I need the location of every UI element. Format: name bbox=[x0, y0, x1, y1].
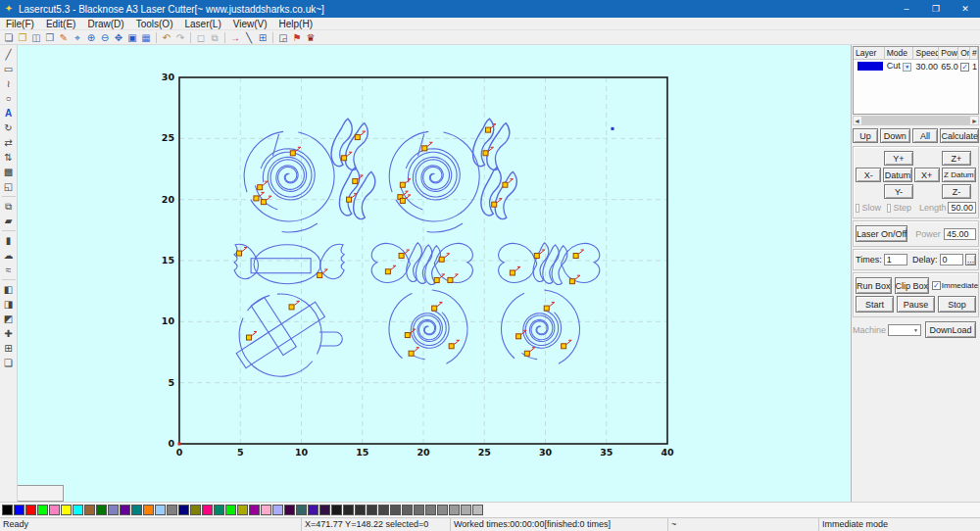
ungroup-icon[interactable]: ⧉ bbox=[208, 31, 221, 44]
table-view-icon[interactable]: ▦ bbox=[139, 31, 153, 44]
set-origin-icon[interactable]: → bbox=[228, 31, 242, 44]
menu-item-draw[interactable]: Draw(D) bbox=[81, 18, 129, 29]
palette-color-32[interactable] bbox=[378, 505, 389, 515]
object-candy-b[interactable] bbox=[499, 242, 600, 285]
palette-color-30[interactable] bbox=[355, 505, 366, 515]
align-top-tool-icon[interactable]: ◩ bbox=[1, 312, 17, 326]
import-icon[interactable]: ❒ bbox=[43, 31, 57, 44]
close-button[interactable]: ✕ bbox=[951, 0, 980, 18]
new-icon[interactable]: ❏ bbox=[2, 31, 16, 44]
preview-icon[interactable]: ◲ bbox=[276, 31, 290, 44]
palette-color-0[interactable] bbox=[2, 505, 13, 515]
draw-check-icon[interactable]: ✎ bbox=[57, 31, 71, 44]
align-right-tool-icon[interactable]: ◨ bbox=[1, 297, 17, 312]
palette-color-15[interactable] bbox=[178, 505, 189, 515]
layer-speed-cell[interactable]: 30.00 bbox=[914, 62, 940, 72]
menu-item-edit[interactable]: Edit(E) bbox=[40, 18, 82, 29]
center-tool-icon[interactable]: ✚ bbox=[1, 326, 17, 341]
undo-icon[interactable]: ↶ bbox=[160, 31, 173, 44]
line-tool-icon[interactable]: ╱ bbox=[1, 47, 17, 62]
palette-color-10[interactable] bbox=[120, 505, 130, 515]
text-tool-icon[interactable]: A bbox=[1, 106, 17, 121]
step-checkbox[interactable] bbox=[887, 204, 891, 213]
group-icon[interactable]: ◻ bbox=[194, 31, 208, 44]
palette-color-19[interactable] bbox=[225, 505, 236, 515]
machine-dropdown-icon[interactable]: ▼ bbox=[913, 327, 918, 333]
palette-color-3[interactable] bbox=[37, 505, 48, 515]
z-datum-button[interactable]: Z Datum bbox=[942, 168, 976, 182]
palette-color-29[interactable] bbox=[343, 505, 354, 515]
layer-power-cell[interactable]: 65.0 bbox=[939, 62, 958, 72]
palette-color-25[interactable] bbox=[296, 505, 307, 515]
palette-color-23[interactable] bbox=[272, 505, 283, 515]
menu-item-file[interactable]: File(F) bbox=[0, 18, 40, 29]
palette-color-5[interactable] bbox=[61, 505, 72, 515]
palette-color-9[interactable] bbox=[108, 505, 119, 515]
object-spiral-disc[interactable] bbox=[244, 131, 334, 232]
palette-color-37[interactable] bbox=[437, 505, 448, 515]
pause-button[interactable]: Pause bbox=[897, 296, 935, 313]
minimize-button[interactable]: – bbox=[892, 0, 921, 18]
power-field[interactable]: 45.00 bbox=[944, 228, 976, 240]
up-button[interactable]: Up bbox=[853, 128, 878, 143]
palette-color-27[interactable] bbox=[319, 505, 330, 515]
palette-color-34[interactable] bbox=[402, 505, 413, 515]
slow-checkbox[interactable] bbox=[856, 204, 859, 213]
palette-color-20[interactable] bbox=[237, 505, 248, 515]
palette-color-7[interactable] bbox=[84, 505, 95, 515]
delay-field[interactable]: 0 bbox=[940, 254, 963, 266]
cloud-tool-icon[interactable]: ☁ bbox=[1, 248, 17, 263]
palette-color-33[interactable] bbox=[390, 505, 401, 515]
copy-array-tool-icon[interactable]: ⧉ bbox=[1, 199, 17, 214]
x-plus-button[interactable]: X+ bbox=[914, 168, 940, 182]
y-plus-button[interactable]: Y+ bbox=[884, 151, 913, 166]
zoom-out-icon[interactable]: ⊖ bbox=[98, 31, 112, 44]
layer-row[interactable]: Cut ▼ 30.00 65.0 ✓ 1 bbox=[854, 60, 978, 72]
redo-icon[interactable]: ↷ bbox=[173, 31, 187, 44]
palette-color-39[interactable] bbox=[461, 505, 471, 515]
laser-head-icon[interactable]: ♛ bbox=[304, 31, 318, 44]
select-window-icon[interactable]: ⌖ bbox=[71, 31, 84, 44]
times-field[interactable]: 1 bbox=[884, 254, 907, 266]
length-field[interactable]: 50.00 bbox=[948, 202, 976, 214]
palette-color-38[interactable] bbox=[449, 505, 460, 515]
datum-button[interactable]: Datum bbox=[883, 168, 911, 182]
machine-select[interactable]: ▼ bbox=[888, 324, 921, 336]
object-dot[interactable] bbox=[612, 127, 614, 130]
clip-box-button[interactable]: Clip Box bbox=[895, 277, 930, 294]
object-spiral-disc[interactable] bbox=[389, 131, 479, 232]
layer-table[interactable]: LayerModeSpeedPowerOn.# Cut ▼ 30.00 65.0… bbox=[853, 46, 979, 115]
palette-color-18[interactable] bbox=[214, 505, 224, 515]
menu-item-view[interactable]: View(V) bbox=[227, 18, 273, 29]
scroll-right-icon[interactable]: ► bbox=[971, 118, 978, 124]
palette-color-40[interactable] bbox=[472, 505, 483, 515]
x-minus-button[interactable]: X- bbox=[856, 168, 881, 182]
mirror-v-tool-icon[interactable]: ⇅ bbox=[1, 150, 17, 165]
palette-color-8[interactable] bbox=[96, 505, 107, 515]
object-candy-b[interactable] bbox=[371, 242, 472, 285]
maximize-button[interactable]: ❐ bbox=[921, 0, 951, 18]
laser-onoff-button[interactable]: Laser On/Off bbox=[856, 225, 907, 242]
layer-mode-cell[interactable]: Cut ▼ bbox=[885, 61, 914, 71]
palette-color-28[interactable] bbox=[331, 505, 342, 515]
object-wave-quad[interactable] bbox=[328, 117, 378, 220]
palette-color-21[interactable] bbox=[249, 505, 260, 515]
curve-tool-icon[interactable]: ≀ bbox=[1, 76, 17, 91]
align-left-tool-icon[interactable]: ◧ bbox=[1, 282, 17, 297]
scrollbar-thumb[interactable] bbox=[861, 117, 970, 124]
engrave-dots-tool-icon[interactable]: ▩ bbox=[1, 165, 17, 179]
palette-color-16[interactable] bbox=[190, 505, 201, 515]
menu-item-tools[interactable]: Tools(O) bbox=[130, 18, 179, 29]
palette-color-35[interactable] bbox=[414, 505, 424, 515]
rotate-tool-icon[interactable]: ↻ bbox=[1, 121, 17, 135]
run-box-button[interactable]: Run Box bbox=[856, 277, 892, 294]
object-spiral-c[interactable] bbox=[389, 290, 467, 363]
scroll-left-icon[interactable]: ◄ bbox=[854, 118, 860, 124]
palette-color-14[interactable] bbox=[167, 505, 177, 515]
palette-color-11[interactable] bbox=[131, 505, 142, 515]
zoom-in-icon[interactable]: ⊕ bbox=[84, 31, 98, 44]
rectangle-tool-icon[interactable]: ▭ bbox=[1, 62, 17, 76]
palette-color-31[interactable] bbox=[367, 505, 377, 515]
node-edit-tool-icon[interactable]: ◱ bbox=[1, 179, 17, 194]
object-candy-a[interactable] bbox=[234, 244, 344, 283]
